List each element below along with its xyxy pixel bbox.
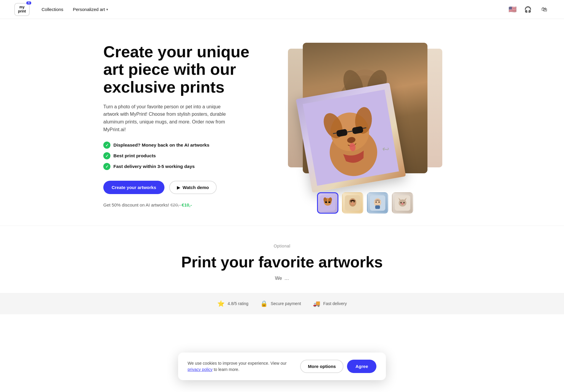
hero-art-canvas <box>296 83 406 193</box>
logo-box: my print AI <box>14 3 30 16</box>
hero-images-container: ↩ <box>288 43 442 185</box>
svg-rect-24 <box>325 201 327 203</box>
optional-label: Optional <box>14 244 550 248</box>
svg-rect-35 <box>375 205 380 209</box>
bottom-strip: ⭐ 4.8/5 rating 🔒 Secure payment 🚚 Fast d… <box>0 293 564 314</box>
svg-point-42 <box>401 203 404 205</box>
nav-links: Collections Personalized art ▾ <box>42 7 108 12</box>
svg-point-29 <box>354 201 355 202</box>
feature-text-2: Best print products <box>113 153 156 158</box>
svg-point-40 <box>400 202 402 204</box>
hero-description: Turn a photo of your favorite person or … <box>103 103 228 133</box>
create-artworks-button[interactable]: Create your artworks <box>103 181 164 194</box>
check-icon-2: ✓ <box>103 152 110 159</box>
svg-line-16 <box>333 133 337 134</box>
strip-item-2: 🔒 Secure payment <box>260 300 301 307</box>
price-new: €10,- <box>182 202 192 207</box>
svg-point-27 <box>349 198 356 207</box>
thumbnail-man[interactable] <box>367 192 388 214</box>
section-print-desc: We … <box>178 276 386 281</box>
feature-item-1: ✓ Displeased? Money back on the AI artwo… <box>103 142 252 149</box>
svg-point-28 <box>351 201 352 202</box>
thumbnail-dog-inner <box>318 193 338 213</box>
check-icon-1: ✓ <box>103 142 110 149</box>
discount-row: Get 50% discount on AI artworks! €20,- €… <box>103 202 252 207</box>
svg-line-17 <box>363 128 366 128</box>
feature-item-2: ✓ Best print products <box>103 152 252 159</box>
hero-right: ↩ <box>270 37 461 214</box>
truck-icon: 🚚 <box>313 300 320 307</box>
thumbnail-child[interactable] <box>342 192 363 214</box>
feature-item-3: ✓ Fast delivery within 3-5 working days <box>103 163 252 170</box>
svg-point-34 <box>378 201 380 203</box>
hero-section: Create your unique art piece with our ex… <box>89 19 475 226</box>
thumbnail-man-inner <box>368 193 387 213</box>
svg-rect-25 <box>328 201 330 203</box>
nav-personalized-art[interactable]: Personalized art ▾ <box>73 7 108 12</box>
chevron-down-icon: ▾ <box>106 7 108 12</box>
thumbnail-dog[interactable] <box>317 192 338 214</box>
strip-item-1: ⭐ 4.8/5 rating <box>217 300 248 307</box>
navbar-left: my print AI Collections Personalized art… <box>14 3 108 16</box>
navbar-right: 🇺🇸 🎧 🛍 <box>508 4 550 15</box>
support-icon[interactable]: 🎧 <box>522 4 533 15</box>
thumbnail-cat[interactable] <box>392 192 413 214</box>
feature-list: ✓ Displeased? Money back on the AI artwo… <box>103 142 252 170</box>
thumbnail-cat-inner <box>393 193 412 213</box>
svg-point-32 <box>374 198 381 207</box>
logo-ai-badge: AI <box>26 1 31 5</box>
strip-items: ⭐ 4.8/5 rating 🔒 Secure payment 🚚 Fast d… <box>217 300 347 307</box>
svg-point-41 <box>403 202 405 204</box>
hero-left: Create your unique art piece with our ex… <box>103 43 252 208</box>
thumbnail-child-inner <box>343 193 362 213</box>
section-print-title: Print your favorite artworks <box>14 253 550 271</box>
section-print: Optional Print your favorite artworks We… <box>0 226 564 287</box>
feature-text-1: Displeased? Money back on the AI artwork… <box>113 142 209 148</box>
strip-item-3: 🚚 Fast delivery <box>313 300 347 307</box>
feature-text-3: Fast delivery within 3-5 working days <box>113 164 195 169</box>
star-icon: ⭐ <box>217 300 225 307</box>
price-old: €20,- <box>170 202 182 207</box>
logo-text-line1: my <box>19 5 24 9</box>
hero-buttons: Create your artworks ▶ Watch demo <box>103 181 252 194</box>
watch-demo-button[interactable]: ▶ Watch demo <box>169 181 217 194</box>
logo-text-line2: print <box>18 9 26 13</box>
logo[interactable]: my print AI <box>14 3 30 16</box>
svg-point-30 <box>351 203 354 204</box>
video-icon: ▶ <box>177 185 180 190</box>
nav-collections[interactable]: Collections <box>42 7 63 12</box>
lock-icon: 🔒 <box>260 300 268 307</box>
hero-title: Create your unique art piece with our ex… <box>103 43 252 96</box>
flag-icon[interactable]: 🇺🇸 <box>508 6 517 13</box>
svg-point-33 <box>376 201 377 203</box>
navbar: my print AI Collections Personalized art… <box>0 0 564 19</box>
thumbnail-strip <box>317 192 413 214</box>
cart-icon[interactable]: 🛍 <box>539 4 550 15</box>
check-icon-3: ✓ <box>103 163 110 170</box>
